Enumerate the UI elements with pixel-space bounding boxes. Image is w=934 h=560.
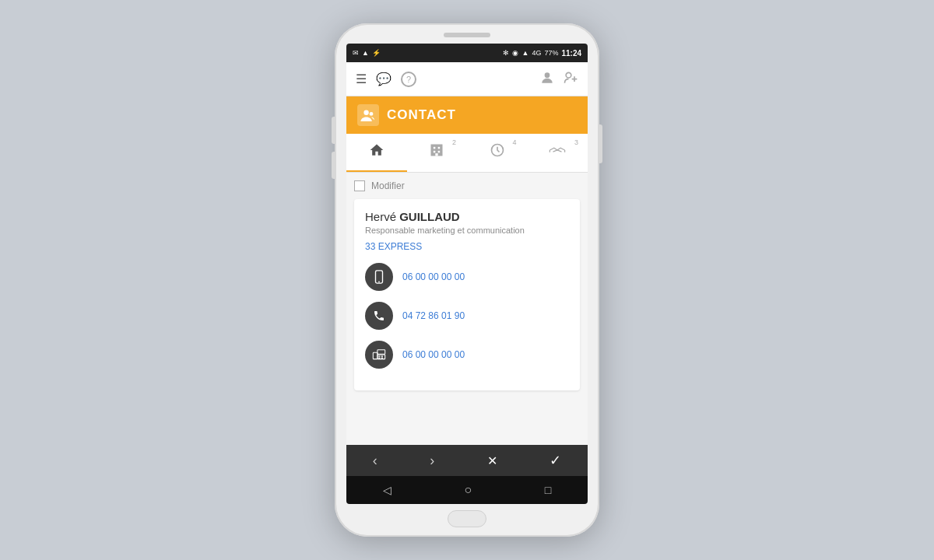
contact-banner-icon-wrapper xyxy=(357,104,379,126)
help-icon[interactable]: ? xyxy=(401,72,416,87)
status-bar-left: ✉ ▲ ⚡ xyxy=(353,49,381,57)
svg-point-4 xyxy=(363,110,368,115)
confirm-button[interactable]: ✓ xyxy=(540,449,571,472)
android-home-button[interactable]: ○ xyxy=(464,483,472,497)
android-back-button[interactable]: ◁ xyxy=(383,484,392,496)
tab-bar: 2 4 3 xyxy=(346,134,588,173)
home-button[interactable] xyxy=(448,510,486,527)
svg-point-1 xyxy=(566,72,571,78)
svg-rect-15 xyxy=(373,352,377,359)
svg-rect-21 xyxy=(381,358,383,359)
contact-card: Hervé GUILLAUD Responsable marketing et … xyxy=(354,199,580,390)
clock-icon xyxy=(490,142,505,162)
status-bar-right: ✻ ◉ ▲ 4G 77% 11:24 xyxy=(503,49,581,58)
bottom-action-bar: ‹ › ✕ ✓ xyxy=(346,445,588,476)
svg-rect-18 xyxy=(378,355,380,356)
content-area: Modifier Hervé GUILLAUD Responsable mark… xyxy=(346,173,588,445)
add-contact-icon[interactable] xyxy=(563,70,578,88)
wifi-icon: ▲ xyxy=(362,49,369,57)
svg-rect-8 xyxy=(438,147,441,149)
people-icon xyxy=(360,109,376,121)
menu-icon[interactable]: ☰ xyxy=(356,72,367,86)
svg-rect-20 xyxy=(378,358,380,359)
contact-banner-title: CONTACT xyxy=(387,107,456,123)
android-nav-bar: ◁ ○ □ xyxy=(346,476,588,504)
phone-frame: ✉ ▲ ⚡ ✻ ◉ ▲ 4G 77% 11:24 ☰ 💬 ? xyxy=(335,23,599,537)
tab-home[interactable] xyxy=(346,134,407,172)
contact-job-title: Responsable marketing et communication xyxy=(365,226,569,235)
tab-handshake[interactable]: 3 xyxy=(528,134,588,172)
landline-phone-number[interactable]: 04 72 86 01 90 xyxy=(402,310,465,321)
svg-rect-7 xyxy=(434,147,436,149)
status-bar: ✉ ▲ ⚡ ✻ ◉ ▲ 4G 77% 11:24 xyxy=(346,44,588,62)
home-icon xyxy=(369,142,384,162)
toolbar-right xyxy=(539,70,578,89)
fax-circle[interactable] xyxy=(365,341,393,369)
phone-row-fax: 06 00 00 00 00 xyxy=(365,341,569,369)
chat-icon[interactable]: 💬 xyxy=(376,72,392,86)
phone-row-mobile: 06 00 00 00 00 xyxy=(365,263,569,291)
contact-first-name: Hervé xyxy=(365,210,399,223)
svg-point-14 xyxy=(378,281,380,282)
android-recent-button[interactable]: □ xyxy=(545,484,551,496)
phone-speaker xyxy=(444,33,490,37)
back-button[interactable]: ‹ xyxy=(363,450,387,472)
modifier-checkbox[interactable] xyxy=(354,180,365,191)
contact-last-name: GUILLAUD xyxy=(399,210,460,223)
tab-building-badge: 2 xyxy=(452,138,456,146)
volume-down-button xyxy=(332,152,335,179)
bolt-icon: ⚡ xyxy=(372,49,381,57)
tab-building[interactable]: 2 xyxy=(407,134,468,172)
mobile-phone-circle[interactable] xyxy=(365,263,393,291)
battery-icon: 77% xyxy=(544,49,558,57)
phone-screen: ✉ ▲ ⚡ ✻ ◉ ▲ 4G 77% 11:24 ☰ 💬 ? xyxy=(346,44,588,504)
modifier-label: Modifier xyxy=(371,180,405,191)
contact-name: Hervé GUILLAUD xyxy=(365,210,569,223)
modifier-row: Modifier xyxy=(354,180,580,191)
svg-rect-19 xyxy=(381,355,383,356)
android-icon: ◉ xyxy=(512,49,518,57)
status-time: 11:24 xyxy=(561,49,581,58)
contact-banner: CONTACT xyxy=(346,96,588,134)
tab-handshake-badge: 3 xyxy=(574,138,578,146)
tab-clock[interactable]: 4 xyxy=(467,134,528,172)
svg-rect-11 xyxy=(436,153,438,156)
mobile-phone-number[interactable]: 06 00 00 00 00 xyxy=(402,271,465,282)
tab-clock-badge: 4 xyxy=(512,138,516,146)
signal-4g-icon: 4G xyxy=(532,49,541,57)
phone-row-landline: 04 72 86 01 90 xyxy=(365,302,569,330)
fax-number[interactable]: 06 00 00 00 00 xyxy=(402,349,465,360)
svg-point-5 xyxy=(370,112,374,116)
phone-circle[interactable] xyxy=(365,302,393,330)
handshake-icon xyxy=(549,144,566,160)
bluetooth-icon: ✻ xyxy=(503,49,509,57)
svg-rect-16 xyxy=(377,350,385,355)
profile-icon[interactable] xyxy=(539,70,555,89)
envelope-icon: ✉ xyxy=(353,49,359,57)
signal-icon: ▲ xyxy=(521,49,528,57)
svg-rect-10 xyxy=(438,151,441,153)
svg-point-0 xyxy=(545,72,550,78)
contact-company[interactable]: 33 EXPRESS xyxy=(365,241,569,252)
building-icon xyxy=(429,142,444,162)
app-toolbar: ☰ 💬 ? xyxy=(346,62,588,96)
close-button[interactable]: ✕ xyxy=(478,450,507,471)
volume-up-button xyxy=(332,117,335,144)
power-button xyxy=(599,124,602,163)
toolbar-left: ☰ 💬 ? xyxy=(356,72,416,87)
svg-rect-9 xyxy=(434,151,436,153)
forward-button[interactable]: › xyxy=(420,450,444,472)
